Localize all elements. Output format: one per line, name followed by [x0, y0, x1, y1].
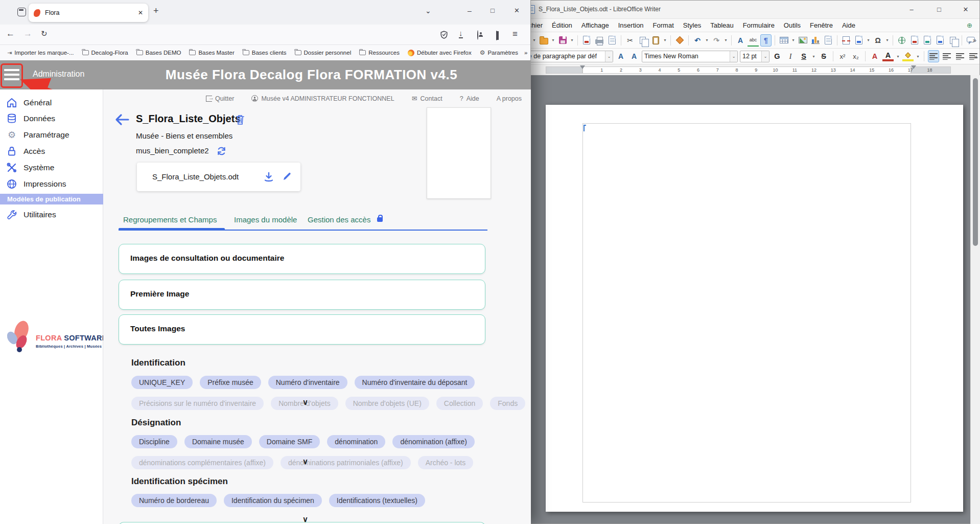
- field-chip-faded[interactable]: Nombre d'objets (UE): [345, 397, 429, 410]
- copy-icon[interactable]: [637, 34, 648, 47]
- download-icon[interactable]: [263, 171, 274, 183]
- spellcheck-icon[interactable]: abc: [748, 34, 759, 47]
- bookmark-folder[interactable]: Bases clients: [240, 48, 290, 57]
- field-chip-faded[interactable]: dénominations patrimoniales (affixe): [281, 456, 411, 469]
- writer-menu-item[interactable]: Édition: [547, 21, 577, 29]
- field-chip-faded[interactable]: Collection: [436, 397, 483, 410]
- formatting-marks-icon[interactable]: ¶: [760, 34, 772, 47]
- footnote-icon[interactable]: [909, 34, 920, 47]
- cut-icon[interactable]: ✂: [624, 34, 636, 47]
- italic-button[interactable]: I: [785, 50, 796, 62]
- sidebar-item-systeme[interactable]: Système: [0, 160, 103, 175]
- list-tabs-icon[interactable]: ⌄: [425, 7, 431, 15]
- contact-button[interactable]: ✉Contact: [412, 95, 442, 102]
- undo-icon[interactable]: ↶: [692, 34, 703, 47]
- field-chip[interactable]: Numéro d'inventaire du déposant: [355, 376, 475, 389]
- insert-table-icon[interactable]: [778, 34, 789, 47]
- bookmark-firefox-start[interactable]: Débuter avec Firefox: [405, 48, 475, 58]
- writer-menu-item[interactable]: Insertion: [614, 21, 648, 29]
- update-style-icon[interactable]: A: [615, 50, 626, 62]
- sidebar-item-utilitaires[interactable]: Utilitaires: [0, 207, 103, 222]
- writer-vertical-scrollbar[interactable]: [970, 75, 980, 524]
- align-right-button[interactable]: [954, 50, 966, 62]
- save-icon[interactable]: [557, 34, 568, 47]
- tab-gestion-acces[interactable]: Gestion des accès: [308, 215, 370, 224]
- forward-button[interactable]: →: [24, 29, 32, 39]
- tab-images-modele[interactable]: Images du modèle: [234, 215, 297, 224]
- field-chip[interactable]: Numéro de bordereau: [131, 494, 217, 507]
- highlight-color-button[interactable]: [902, 51, 914, 61]
- bookmarks-overflow-icon[interactable]: »: [523, 48, 528, 57]
- left-indent-marker[interactable]: [580, 65, 585, 72]
- sidebar-item-parametrage[interactable]: ⚙ Paramétrage: [0, 127, 103, 143]
- field-chip[interactable]: Préfixe musée: [200, 376, 261, 389]
- special-character-icon[interactable]: Ω: [872, 34, 883, 47]
- field-chip-faded[interactable]: Archéo - lots: [418, 456, 474, 469]
- export-pdf-icon[interactable]: [581, 34, 592, 47]
- font-color-button[interactable]: A: [882, 51, 894, 61]
- sidebar-icon[interactable]: [496, 31, 497, 40]
- cross-reference-icon[interactable]: [947, 34, 959, 47]
- trash-icon[interactable]: [235, 114, 245, 125]
- sidebar-item-donnees[interactable]: Données: [0, 111, 103, 126]
- redo-icon[interactable]: ↷: [711, 34, 722, 47]
- font-size-caret[interactable]: ⌄: [761, 51, 769, 62]
- field-chip[interactable]: Domaine SMF: [259, 435, 320, 448]
- open-file-caret[interactable]: ▾: [551, 38, 555, 42]
- undo-caret[interactable]: ▾: [705, 38, 709, 42]
- refresh-icon[interactable]: [217, 146, 226, 156]
- new-tab-button[interactable]: +: [153, 6, 159, 16]
- highlight-caret[interactable]: ▾: [916, 54, 920, 59]
- field-chip[interactable]: Identification du spécimen: [224, 494, 322, 507]
- sidebar-item-modeles-publication[interactable]: Modèles de publication: [0, 194, 103, 204]
- horizontal-ruler[interactable]: 123456789101112131415161718: [514, 64, 979, 75]
- redo-caret[interactable]: ▾: [724, 38, 728, 42]
- tab-regroupements-champs[interactable]: Regroupements et Champs: [123, 215, 217, 224]
- field-chip[interactable]: dénomination: [327, 435, 385, 448]
- find-replace-icon[interactable]: A: [735, 34, 746, 47]
- bookmark-settings[interactable]: ⚙Paramètres: [477, 48, 521, 58]
- expand-chevron-icon[interactable]: ∨: [302, 515, 308, 524]
- edit-pencil-icon[interactable]: [282, 171, 292, 181]
- font-name-caret[interactable]: ⌄: [730, 51, 737, 62]
- account-icon[interactable]: [477, 30, 478, 40]
- bookmark-import[interactable]: ⇥Importer les marque-...: [4, 48, 77, 58]
- align-center-button[interactable]: [941, 50, 952, 62]
- underline-button[interactable]: S: [798, 50, 809, 62]
- back-arrow-icon[interactable]: [114, 113, 130, 126]
- toolbar-overflow-icon[interactable]: »: [973, 36, 976, 44]
- help-button[interactable]: ?Aide: [460, 95, 479, 102]
- superscript-button[interactable]: x²: [837, 50, 848, 62]
- writer-menu-item[interactable]: Styles: [679, 21, 706, 29]
- model-file-card[interactable]: S_Flora_Liste_Objets.odt: [137, 163, 300, 191]
- subscript-button[interactable]: x₂: [850, 50, 861, 62]
- endnote-icon[interactable]: [922, 34, 933, 47]
- field-chip-faded[interactable]: Précisions sur le numéro d'inventaire: [131, 397, 264, 410]
- group-images-consultation[interactable]: Images de consultation ou documentaire: [119, 244, 485, 274]
- field-chip[interactable]: Numéro d'inventaire: [268, 376, 347, 389]
- bookmark-folder[interactable]: Dossier personnel: [292, 48, 355, 57]
- paste-caret[interactable]: ▾: [663, 38, 667, 42]
- field-chip[interactable]: UNIQUE_KEY: [131, 376, 193, 389]
- print-icon[interactable]: [594, 34, 605, 47]
- browser-close-button[interactable]: ✕: [514, 7, 520, 14]
- group-toutes-images[interactable]: Toutes Images: [119, 314, 485, 345]
- expand-chevron-icon[interactable]: ∨: [302, 457, 308, 466]
- new-document-caret[interactable]: ▾: [532, 38, 536, 42]
- protections-shield-icon[interactable]: [440, 31, 448, 39]
- insert-table-caret[interactable]: ▾: [791, 38, 796, 42]
- bookmark-folder[interactable]: Decalog-Flora: [79, 48, 131, 57]
- expand-chevron-icon[interactable]: ∨: [302, 398, 308, 407]
- writer-menu-item[interactable]: Outils: [779, 21, 805, 29]
- reload-icon[interactable]: ↻: [41, 29, 48, 38]
- insert-textbox-icon[interactable]: [823, 34, 834, 47]
- sidebar-item-impressions[interactable]: Impressions: [0, 176, 103, 192]
- bold-button[interactable]: G: [772, 50, 783, 62]
- tab-close-icon[interactable]: ✕: [138, 9, 143, 16]
- browser-maximize-button[interactable]: □: [491, 7, 495, 14]
- writer-maximize-button[interactable]: □: [931, 4, 947, 16]
- field-chip[interactable]: Domaine musée: [184, 435, 252, 448]
- downloads-icon[interactable]: ↓: [459, 29, 463, 38]
- writer-menu-item[interactable]: Aide: [837, 21, 860, 29]
- writer-minimize-button[interactable]: –: [904, 4, 919, 16]
